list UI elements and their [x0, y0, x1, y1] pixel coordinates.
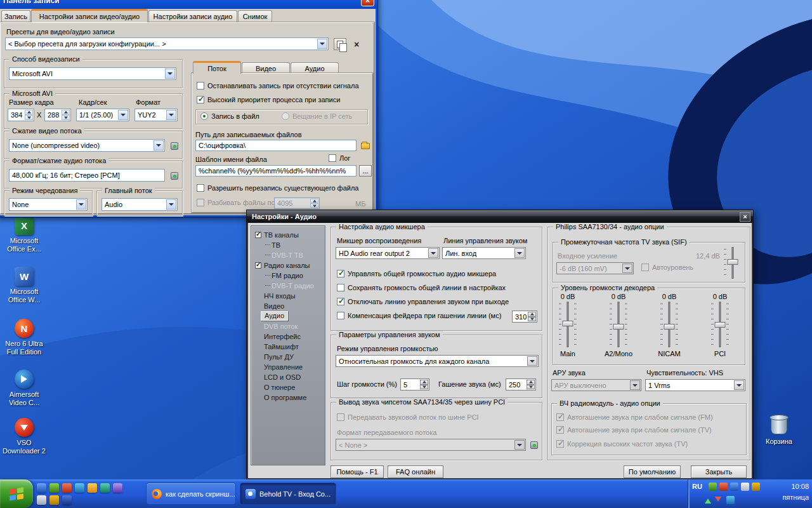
- save-preset-button[interactable]: [334, 38, 346, 50]
- spinner-buttons[interactable]: [25, 110, 33, 120]
- quicklaunch-icon[interactable]: [100, 483, 110, 493]
- chevron-down-icon[interactable]: [630, 380, 640, 390]
- quicklaunch-icon[interactable]: [62, 495, 72, 505]
- stop-no-signal-checkbox[interactable]: Останавливать запись при отсутствии сигн…: [197, 82, 359, 90]
- frame-height-stepper[interactable]: 288: [44, 109, 71, 121]
- save-volume-checkbox[interactable]: Сохранять громкость общей линии в настро…: [337, 284, 506, 291]
- record-path-input[interactable]: C:\оцифровка\: [195, 140, 357, 151]
- mute-on-exit-checkbox[interactable]: Отключать линию управления звуком при вы…: [337, 298, 509, 305]
- video-codec-config-button[interactable]: [169, 140, 180, 151]
- nav-item-interface[interactable]: Интерфейс: [251, 331, 325, 341]
- main-volume-slider[interactable]: [563, 302, 573, 347]
- slider-thumb[interactable]: [715, 322, 726, 328]
- nav-item-about-tuner[interactable]: О тюнере: [251, 382, 325, 392]
- spinner-buttons[interactable]: [310, 199, 318, 208]
- nav-item-video[interactable]: Видео: [251, 301, 325, 311]
- nav-item-control[interactable]: Управление: [251, 362, 325, 371]
- tab-stream[interactable]: Поток: [193, 61, 241, 74]
- desktop-icon-nero[interactable]: Nero 6 Ultra Full Edition: [1, 319, 47, 356]
- checkbox-box[interactable]: [255, 262, 261, 269]
- clock-time[interactable]: 10:08: [769, 483, 809, 490]
- video-method-combobox[interactable]: Microsoft AVI: [9, 67, 176, 80]
- frame-width-stepper[interactable]: 384: [8, 109, 34, 121]
- tray-icon[interactable]: [730, 483, 738, 491]
- chevron-down-icon[interactable]: [165, 69, 175, 79]
- download-arrow-icon[interactable]: [715, 497, 721, 505]
- audio-format-field[interactable]: 48,000 кГц; 16 бит; Стерео [PCM]: [9, 169, 165, 182]
- tab-zapis[interactable]: Запись: [1, 10, 30, 22]
- tab-audio-settings[interactable]: Настройки записи аудио: [148, 10, 237, 22]
- slider-thumb[interactable]: [664, 324, 675, 330]
- sensitivity-combobox[interactable]: 1 Vrms: [645, 379, 745, 391]
- nav-item-tv[interactable]: ТВ: [251, 240, 325, 250]
- task-button-behold-tv[interactable]: Behold TV - Вход Co...: [240, 483, 336, 505]
- quicklaunch-icon[interactable]: [49, 483, 59, 493]
- start-button[interactable]: [0, 479, 33, 508]
- nav-item-timeshift[interactable]: Таймшифт: [251, 342, 325, 351]
- task-button-firefox[interactable]: как сделать скринш...: [146, 483, 236, 505]
- overwrite-checkbox[interactable]: Разрешить перезапись существующего файла: [197, 184, 358, 192]
- defaults-button[interactable]: По умолчанию: [624, 465, 681, 478]
- nav-item-lcd-osd[interactable]: LCD и OSD: [251, 372, 325, 382]
- nav-item-radio-channels[interactable]: Радио каналы: [251, 260, 325, 270]
- spinner-buttons[interactable]: [528, 312, 536, 321]
- a2mono-volume-slider[interactable]: [613, 302, 624, 347]
- chevron-down-icon[interactable]: [734, 380, 744, 390]
- chevron-down-icon[interactable]: [166, 199, 176, 210]
- spinner-buttons[interactable]: [420, 380, 428, 389]
- quicklaunch-icon[interactable]: [37, 495, 46, 505]
- tab-video[interactable]: Видео: [242, 62, 290, 74]
- chevron-down-icon[interactable]: [317, 39, 327, 49]
- tray-icon[interactable]: [726, 496, 735, 504]
- quicklaunch-icon[interactable]: [37, 483, 46, 493]
- fm-mute-checkbox[interactable]: Автогашение звука при слабом сигнале (FM…: [556, 413, 713, 421]
- slider-thumb[interactable]: [563, 321, 573, 326]
- fps-combobox[interactable]: 1/1 (25.00): [76, 109, 129, 121]
- spinner-buttons[interactable]: [527, 380, 535, 389]
- faq-button[interactable]: FAQ онлайн: [388, 465, 443, 478]
- pixel-format-combobox[interactable]: YUY2: [134, 109, 178, 121]
- audio-format-config-button[interactable]: [169, 170, 180, 181]
- checkbox-box[interactable]: [255, 232, 261, 238]
- quicklaunch-icon[interactable]: [75, 483, 84, 493]
- mute-time-stepper[interactable]: 250: [506, 378, 536, 391]
- control-line-combobox[interactable]: Лин. вход: [442, 247, 526, 259]
- video-codec-combobox[interactable]: None (uncompressed video): [9, 139, 165, 152]
- chevron-down-icon[interactable]: [118, 110, 128, 120]
- pci-volume-slider[interactable]: [715, 302, 725, 347]
- settings-titlebar[interactable]: Настройки - Аудио: [247, 210, 753, 223]
- spinner-buttons[interactable]: [62, 110, 70, 120]
- broadcast-ip-radio[interactable]: Вещание в IP сеть: [282, 112, 352, 120]
- main-stream-combobox[interactable]: Audio: [102, 198, 178, 211]
- delete-preset-button[interactable]: [350, 38, 363, 50]
- tab-video-audio-settings[interactable]: Настройки записи видео/аудио: [31, 9, 148, 22]
- tray-icon[interactable]: [752, 483, 760, 491]
- split-files-checkbox[interactable]: Разбивать файлы по: [197, 199, 275, 206]
- fader-compensation-checkbox[interactable]: Компенсация фейдера при гашении линии (м…: [337, 312, 501, 319]
- nav-item-about-program[interactable]: О программе: [251, 392, 325, 402]
- desktop-icon-word[interactable]: Microsoft Office W...: [1, 267, 47, 304]
- volume-mode-combobox[interactable]: Относительная громкость для каждого кана…: [336, 355, 539, 367]
- auto-level-checkbox[interactable]: Автоуровень: [641, 264, 693, 271]
- chevron-down-icon[interactable]: [76, 199, 86, 210]
- desktop-icon-vso[interactable]: VSO Downloader 2: [1, 418, 47, 455]
- desktop-icon-excel[interactable]: Microsoft Office Ex...: [1, 216, 47, 253]
- playback-mixer-combobox[interactable]: HD Audio rear output 2: [336, 247, 440, 259]
- quicklaunch-icon[interactable]: [49, 495, 59, 505]
- close-button[interactable]: Закрыть: [691, 465, 747, 478]
- close-icon[interactable]: [361, 0, 374, 6]
- chevron-down-icon[interactable]: [514, 248, 525, 258]
- preset-combobox[interactable]: < Выбор пресета для загрузки конфигураци…: [5, 37, 329, 50]
- pci-format-combobox[interactable]: < None >: [336, 439, 526, 451]
- help-button[interactable]: Помощь - F1: [331, 465, 384, 478]
- chevron-down-icon[interactable]: [514, 440, 525, 450]
- master-volume-checkbox[interactable]: Управлять общей громкостью аудио микшера: [337, 270, 496, 277]
- volume-step-stepper[interactable]: 5: [400, 378, 429, 391]
- pci-stream-checkbox[interactable]: Передавать звуковой поток по шине PCI: [337, 413, 479, 421]
- nav-item-dvbt-tv[interactable]: DVB-T ТВ: [251, 250, 325, 260]
- nav-item-remote[interactable]: Пульт ДУ: [251, 352, 325, 361]
- tab-audio[interactable]: Аудио: [291, 62, 339, 74]
- filename-template-input[interactable]: %channel% (%yy%%mm%%dd%-%hh%%nn%: [195, 165, 357, 177]
- recording-panel-titlebar[interactable]: Панель записи: [0, 0, 377, 9]
- high-priority-checkbox[interactable]: Высокий приоритет процесса при записи: [197, 96, 340, 104]
